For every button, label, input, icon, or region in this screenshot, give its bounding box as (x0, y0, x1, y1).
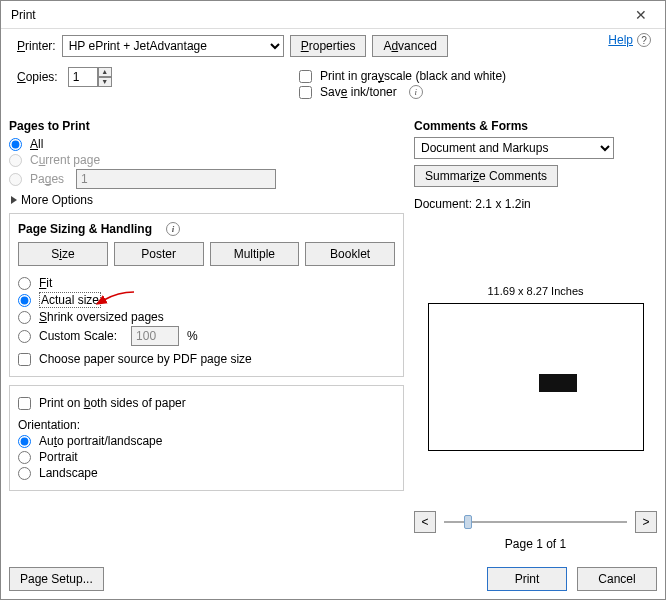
radio-fit[interactable] (18, 277, 31, 290)
summarize-comments-button[interactable]: Summarize Comments (414, 165, 558, 187)
paper-dimensions: 11.69 x 8.27 Inches (414, 285, 657, 297)
copies-spinner[interactable]: ▲ ▼ (68, 67, 112, 87)
next-page-button[interactable]: > (635, 511, 657, 533)
sizing-heading: Page Sizing & Handling (18, 222, 152, 236)
radio-custom-scale[interactable] (18, 330, 31, 343)
tab-multiple[interactable]: Multiple (210, 242, 300, 266)
print-button[interactable]: Print (487, 567, 567, 591)
printer-select[interactable]: HP ePrint + JetAdvantage (62, 35, 284, 57)
cancel-button[interactable]: Cancel (577, 567, 657, 591)
duplex-checkbox[interactable] (18, 397, 31, 410)
radio-actual-size[interactable] (18, 294, 31, 307)
custom-scale-pct: % (187, 329, 198, 343)
preview-thumbnail (539, 374, 577, 392)
pages-input[interactable] (76, 169, 276, 189)
radio-custom-scale-label: Custom Scale: (39, 329, 117, 343)
more-options-label: More Options (21, 193, 93, 207)
radio-pages[interactable] (9, 173, 22, 186)
page-slider[interactable] (444, 513, 627, 531)
grayscale-label: Print in grayscale (black and white) (320, 69, 506, 83)
radio-all[interactable] (9, 138, 22, 151)
comments-select[interactable]: Document and Markups (414, 137, 614, 159)
tab-poster[interactable]: Poster (114, 242, 204, 266)
radio-shrink[interactable] (18, 311, 31, 324)
sizing-info-icon[interactable]: i (166, 222, 180, 236)
info-icon[interactable]: i (409, 85, 423, 99)
choose-source-checkbox[interactable] (18, 353, 31, 366)
radio-current[interactable] (9, 154, 22, 167)
orientation-heading: Orientation: (18, 418, 395, 432)
copies-up[interactable]: ▲ (98, 67, 112, 77)
pages-to-print-heading: Pages to Print (9, 119, 404, 133)
radio-portrait-label: Portrait (39, 450, 78, 464)
radio-auto-orient-label: Auto portrait/landscape (39, 434, 162, 448)
copies-label: Copies: (17, 70, 58, 84)
choose-source-label: Choose paper source by PDF page size (39, 352, 252, 366)
document-size-label: Document: 2.1 x 1.2in (414, 197, 657, 211)
radio-current-label: Current page (30, 153, 100, 167)
close-button[interactable]: ✕ (621, 1, 661, 29)
help-link[interactable]: Help (608, 33, 633, 47)
radio-pages-label: Pages (30, 172, 64, 186)
window-title: Print (11, 8, 36, 22)
radio-fit-label: Fit (39, 276, 52, 290)
radio-landscape-label: Landscape (39, 466, 98, 480)
prev-page-button[interactable]: < (414, 511, 436, 533)
duplex-label: Print on both sides of paper (39, 396, 186, 410)
custom-scale-input[interactable] (131, 326, 179, 346)
page-counter: Page 1 of 1 (414, 537, 657, 551)
grayscale-checkbox[interactable] (299, 70, 312, 83)
tab-size[interactable]: Size (18, 242, 108, 266)
radio-shrink-label: Shrink oversized pages (39, 310, 164, 324)
properties-button[interactable]: Properties (290, 35, 367, 57)
tab-booklet[interactable]: Booklet (305, 242, 395, 266)
chevron-right-icon (11, 196, 17, 204)
copies-down[interactable]: ▼ (98, 77, 112, 87)
printer-label: Printer: (17, 39, 56, 53)
print-preview (428, 303, 644, 451)
annotation-arrow-icon (98, 288, 138, 308)
advanced-button[interactable]: Advanced (372, 35, 447, 57)
copies-input[interactable] (68, 67, 98, 87)
comments-heading: Comments & Forms (414, 119, 657, 133)
save-ink-label: Save ink/toner (320, 85, 397, 99)
radio-landscape[interactable] (18, 467, 31, 480)
more-options-toggle[interactable]: More Options (11, 193, 404, 207)
radio-actual-size-label: Actual size (39, 292, 101, 308)
page-setup-button[interactable]: Page Setup... (9, 567, 104, 591)
radio-all-label: All (30, 137, 43, 151)
help-icon[interactable]: ? (637, 33, 651, 47)
save-ink-checkbox[interactable] (299, 86, 312, 99)
radio-auto-orient[interactable] (18, 435, 31, 448)
radio-portrait[interactable] (18, 451, 31, 464)
